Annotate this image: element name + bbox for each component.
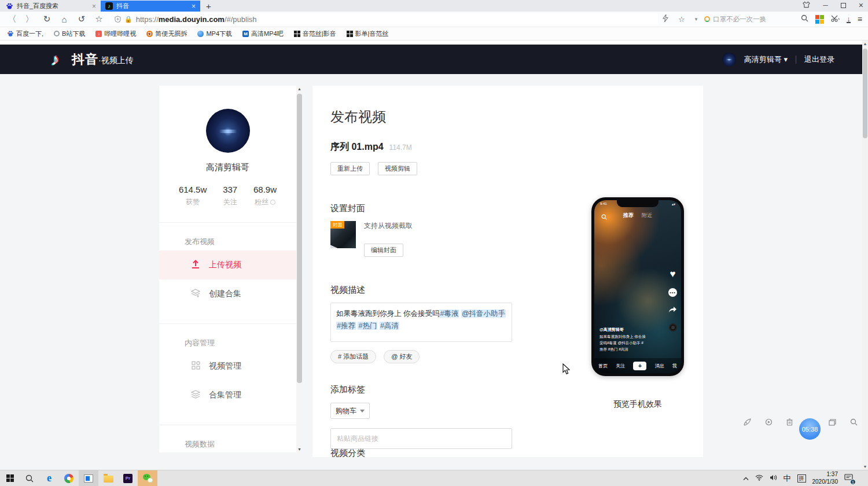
divider [796, 56, 796, 64]
taskbar-explorer-button[interactable] [98, 470, 118, 486]
site-logo-suffix: ·视频上传 [98, 56, 134, 66]
screenshot-scissors-icon[interactable] [831, 14, 840, 24]
cover-heading: 设置封面 [330, 203, 550, 214]
taskbar-active-app-button[interactable] [79, 470, 98, 486]
minimize-button[interactable]: ─ [823, 1, 828, 9]
taskbar-search-button[interactable] [20, 470, 39, 486]
page-content: ♪♪♪ 抖音 ·视频上传 高清剪辑哥 ▾ 退出登录 高清剪辑哥 614.5w 获… [0, 41, 868, 470]
search-hotword[interactable]: 口罩不必一次一换 [713, 15, 766, 24]
bookmark-star-icon[interactable]: ☆ [675, 15, 688, 24]
tab-title: 抖音_百度搜索 [17, 2, 89, 10]
info-icon[interactable] [270, 200, 275, 205]
bookmark-mp4-download[interactable]: MP4下载 [197, 30, 232, 38]
tag-type-dropdown[interactable]: 购物车 [330, 403, 370, 419]
taskbar-premiere-button[interactable]: Pr [118, 470, 138, 486]
wifi-icon[interactable] [755, 474, 763, 483]
m-badge-icon: M [242, 31, 249, 37]
reload-icon[interactable]: ↻ [41, 14, 53, 24]
cover-badge: 封面 [330, 221, 344, 229]
bookmark-yingdan[interactable]: 影单|音范丝 [347, 30, 389, 38]
lightning-icon[interactable] [663, 14, 668, 24]
scroll-up-icon[interactable]: ▲ [862, 42, 868, 46]
comment-icon: ••• [668, 288, 677, 297]
cover-thumbnail[interactable]: 封面 [330, 221, 356, 248]
edit-video-button[interactable]: 视频剪辑 [378, 162, 417, 175]
boost-rocket-icon[interactable] [743, 418, 751, 426]
scroll-up-icon[interactable]: ▲ [296, 87, 303, 91]
bookmarks-bar: 百度一下, B站下载 ↓ 哔哩哔哩视 简便无损拆 MP4下载 M 高清MP4吧 … [0, 27, 868, 41]
volume-icon[interactable] [770, 474, 777, 483]
music-disc-icon [669, 323, 677, 332]
apps-grid-icon[interactable] [815, 15, 824, 24]
bookmark-baidu[interactable]: 百度一下, [7, 30, 43, 38]
product-link-input[interactable] [330, 428, 512, 449]
at-friend-button[interactable]: @ 好友 [384, 350, 420, 363]
url-field[interactable]: 🔒 https://media.douyin.com/#/publish [110, 13, 658, 25]
scroll-down-icon[interactable]: ▼ [296, 447, 303, 451]
new-tab-button[interactable]: + [206, 1, 211, 12]
avatar[interactable] [722, 53, 736, 67]
ime-language-indicator[interactable]: 中 [784, 473, 791, 484]
zoom-icon[interactable] [850, 418, 858, 426]
add-topic-button[interactable]: # 添加话题 [330, 350, 376, 363]
sidebar: 高清剪辑哥 614.5w 获赞 337 关注 68.9w 粉丝 [159, 86, 303, 452]
logout-button[interactable]: 退出登录 [804, 54, 834, 65]
downloads-icon[interactable]: ↓ [847, 16, 851, 23]
undo-icon[interactable]: ↺ [75, 14, 88, 24]
globe-icon [197, 31, 204, 37]
page-scrollbar[interactable]: ▲ ▼ [862, 41, 868, 470]
sidebar-item-video-manage[interactable]: 视频管理 [159, 352, 296, 381]
menu-icon[interactable]: ≡ [858, 14, 862, 24]
browser-search-box[interactable]: 口罩不必一次一换 [704, 15, 794, 24]
taskbar-clock[interactable]: 1:37 2020/1/30 [812, 471, 838, 485]
sidebar-item-collection-manage[interactable]: 合集管理 [159, 381, 296, 410]
maximize-button[interactable] [841, 3, 846, 8]
taskbar-wechat-button[interactable] [138, 470, 157, 486]
description-textarea[interactable]: 如果毒液跑到你身上 你会接受吗#毒液 @抖音小助手 #推荐 #热门 #高清 [330, 303, 512, 342]
notification-center-button[interactable]: 1 [844, 474, 853, 483]
avatar[interactable] [206, 109, 250, 153]
start-button[interactable] [0, 470, 20, 486]
favorite-star-icon[interactable]: ☆ [93, 14, 105, 24]
phone-bottom-nav: 首页 关注 + 消息 我 [594, 358, 681, 373]
browser-skin-icon[interactable] [803, 1, 810, 10]
trash-icon[interactable] [786, 418, 793, 426]
edit-cover-button[interactable]: 编辑封面 [364, 244, 403, 257]
bookmark-lossless[interactable]: 简便无损拆 [146, 30, 187, 38]
recorder-timer-widget[interactable]: 05:38 [799, 418, 821, 440]
tab-douyin-active[interactable]: ♪ 抖音 × [101, 1, 200, 12]
bookmark-mp4ba[interactable]: M 高清MP4吧 [242, 30, 284, 38]
username-dropdown[interactable]: 高清剪辑哥 ▾ [744, 54, 788, 65]
taskbar-edge-button[interactable]: e [39, 470, 59, 486]
reupload-button[interactable]: 重新上传 [330, 162, 370, 175]
douyin-note-icon: ♪♪♪ [51, 50, 66, 69]
restore-session-icon[interactable] [765, 418, 773, 426]
video-filesize: 114.7M [389, 143, 412, 152]
taskbar-browser-button[interactable] [59, 470, 79, 486]
grid-icon [347, 31, 353, 37]
bookmark-bilibili[interactable]: ↓ 哔哩哔哩视 [95, 30, 136, 38]
home-icon[interactable]: ⌂ [58, 14, 71, 24]
ime-mode-indicator[interactable]: 拼 [797, 474, 806, 483]
close-window-button[interactable]: × [859, 1, 863, 10]
forward-icon[interactable]: 〉 [23, 14, 36, 25]
bookmark-yinfans[interactable]: 音范丝|影音 [294, 30, 336, 38]
scroll-down-icon[interactable]: ▼ [862, 465, 868, 469]
search-icon[interactable] [801, 14, 808, 24]
close-tab-icon[interactable]: × [192, 2, 196, 10]
sidebar-item-create-collection[interactable]: 创建合集 [159, 279, 296, 308]
sidebar-item-upload-video[interactable]: 上传视频 [159, 251, 296, 279]
sidebar-scrollbar[interactable]: ▲ ▼ [296, 86, 303, 452]
back-icon[interactable]: 〈 [6, 14, 19, 25]
search-engine-icon [704, 16, 710, 22]
close-tab-icon[interactable]: × [92, 2, 96, 10]
scrollbar-thumb[interactable] [863, 49, 867, 138]
hashtag: #推荐 [336, 322, 356, 330]
tray-expand-icon[interactable] [743, 474, 749, 483]
scrollbar-thumb[interactable] [297, 94, 302, 383]
section-content-manage: 内容管理 [159, 324, 296, 352]
tab-baidu-search[interactable]: 抖音_百度搜索 × [1, 1, 101, 12]
chevron-down-icon[interactable]: ▾ [695, 16, 698, 22]
mini-window-icon[interactable] [829, 419, 836, 426]
bookmark-bilibili-download[interactable]: B站下载 [54, 30, 85, 38]
